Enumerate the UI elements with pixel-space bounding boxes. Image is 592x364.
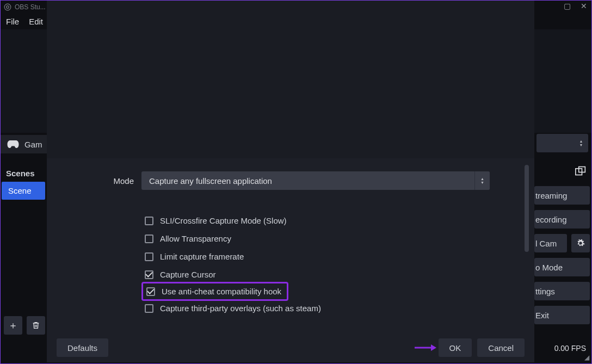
mode-label: Mode [101, 176, 134, 186]
checkbox-icon [145, 252, 153, 261]
gamepad-icon [7, 140, 19, 148]
svg-point-0 [4, 4, 11, 10]
checkbox-third-party-overlays[interactable]: Capture third-party overlays (such as st… [141, 299, 507, 317]
add-scene-button[interactable]: ＋ [4, 316, 22, 335]
source-row[interactable]: Gam [1, 135, 47, 153]
close-icon[interactable]: ✕ [581, 2, 587, 10]
checkbox-transparency[interactable]: Allow Transparency [141, 230, 507, 248]
svg-marker-5 [431, 344, 436, 351]
resize-grip-icon[interactable]: ◢ [584, 354, 589, 361]
checkbox-icon [146, 287, 155, 296]
studio-mode-button[interactable]: o Mode [534, 258, 590, 276]
gear-icon [576, 239, 585, 248]
annotation-arrow-icon [415, 342, 436, 353]
window-controls: ▢ ✕ [564, 2, 587, 10]
mode-value: Capture any fullscreen application [149, 176, 272, 186]
checkbox-label: SLI/Crossfire Capture Mode (Slow) [160, 216, 287, 225]
trash-icon [32, 321, 40, 330]
menu-edit[interactable]: Edit [29, 17, 43, 26]
right-mode-select[interactable]: ▲▼ [536, 134, 588, 152]
controls-panel: treaming ecording l Cam o Mode ttings Ex… [534, 165, 590, 324]
checkbox-icon [145, 304, 153, 313]
ok-button[interactable]: OK [439, 338, 472, 357]
menu-file[interactable]: File [6, 17, 19, 26]
checkbox-icon [145, 270, 153, 279]
checkbox-label: Capture third-party overlays (such as st… [160, 304, 321, 313]
source-label: Gam [24, 140, 42, 149]
cancel-button[interactable]: Cancel [477, 338, 525, 357]
start-recording-button[interactable]: ecording [534, 210, 590, 229]
updown-icon: ▲▼ [480, 177, 485, 184]
exit-button[interactable]: Exit [534, 306, 590, 324]
defaults-button[interactable]: Defaults [57, 338, 108, 357]
checkbox-anti-cheat[interactable]: Use anti-cheat compatibility hook [146, 287, 281, 296]
fps-status: 0.00 FPS [554, 344, 586, 353]
dropdown-arrow: ▲▼ [474, 171, 490, 190]
checkbox-icon [145, 217, 153, 225]
checkbox-label: Allow Transparency [160, 234, 231, 243]
checkbox-label: Use anti-cheat compatibility hook [162, 287, 281, 296]
checkbox-label: Limit capture framerate [160, 252, 244, 261]
maximize-icon[interactable]: ▢ [564, 2, 571, 10]
virtual-cam-button[interactable]: l Cam [534, 234, 567, 252]
dialog-buttons: Defaults OK Cancel [47, 338, 534, 357]
settings-button[interactable]: ttings [534, 282, 590, 300]
svg-point-1 [7, 6, 9, 9]
virtual-cam-settings-button[interactable] [571, 234, 590, 252]
checkbox-label: Capture Cursor [160, 270, 216, 279]
checkbox-sli-crossfire[interactable]: SLI/Crossfire Capture Mode (Slow) [141, 212, 507, 230]
delete-scene-button[interactable] [27, 316, 45, 335]
properties-dialog: Mode Capture any fullscreen application … [47, 1, 534, 362]
properties-form: Mode Capture any fullscreen application … [47, 158, 534, 362]
checkbox-capture-cursor[interactable]: Capture Cursor [141, 266, 507, 283]
source-preview [47, 1, 534, 158]
checkbox-limit-framerate[interactable]: Limit capture framerate [141, 248, 507, 266]
scenes-header: Scenes [1, 165, 47, 181]
scrollbar-thumb[interactable] [525, 165, 529, 252]
checkbox-icon [145, 235, 153, 243]
mode-dropdown[interactable]: Capture any fullscreen application ▲▼ [141, 171, 490, 190]
start-streaming-button[interactable]: treaming [534, 186, 590, 205]
scene-toolbar: ＋ [4, 316, 45, 335]
obs-logo-icon [4, 3, 11, 11]
updown-icon: ▲▼ [578, 139, 584, 147]
highlighted-option: Use anti-cheat compatibility hook [141, 282, 288, 301]
scene-item[interactable]: Scene [2, 182, 45, 200]
app-title: OBS Stu... [15, 3, 46, 11]
panel-popout-icon[interactable] [575, 165, 587, 176]
